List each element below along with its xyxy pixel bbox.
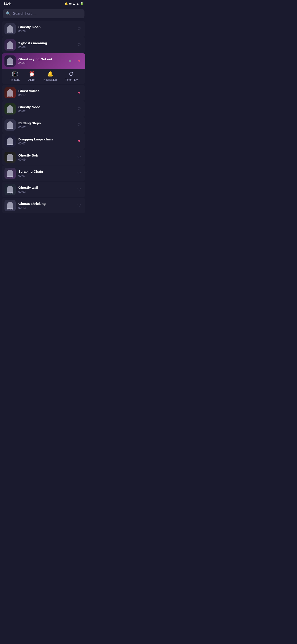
track-thumb [4, 39, 16, 50]
track-duration: 00:08 [18, 46, 73, 49]
track-info: Ghostly Nooo 00:02 [18, 105, 73, 113]
favorite-button[interactable]: ♡ [75, 170, 83, 177]
search-icon: 🔍 [6, 11, 11, 16]
track-actions: ⏹ ♥ [67, 58, 83, 64]
track-item-dragging-large-chain[interactable]: Dragging Large chain 00:07 ♥ [2, 133, 85, 149]
favorite-button[interactable]: ♥ [75, 58, 83, 64]
status-bar: 11:44 🔔 ▭ ▲ ▲ 🔋 [0, 0, 87, 7]
track-item-ghostly-sob[interactable]: Ghostly Sob 00:09 ♡ [2, 149, 85, 165]
ringtone-label: Ringtone [9, 78, 20, 82]
track-item-rattling-steps[interactable]: Rattling Steps 00:07 ♡ [2, 117, 85, 133]
track-thumb [4, 152, 16, 163]
track-name: Ghost saying Get out [18, 57, 64, 61]
track-name: Scraping Chain [18, 170, 73, 173]
favorite-button[interactable]: ♡ [75, 122, 83, 128]
track-info: Dragging Large chain 00:07 [18, 137, 73, 145]
track-info: Ghostly wail 00:03 [18, 186, 73, 194]
track-list: Ghostly moan 00:29 ♡ 3 ghosts moaning 00… [0, 21, 87, 213]
track-item-ghostly-nooo[interactable]: Ghostly Nooo 00:02 ♡ [2, 101, 85, 117]
track-info: 3 ghosts moaning 00:08 [18, 41, 73, 49]
track-info: Ghostly moan 00:29 [18, 25, 73, 33]
timer-play-label: Timer Play [65, 78, 78, 82]
favorite-button[interactable]: ♡ [75, 202, 83, 209]
track-name: Rattling Steps [18, 121, 73, 125]
ringtone-control[interactable]: 📳 Ringtone [9, 71, 20, 82]
stop-button[interactable]: ⏹ [67, 58, 74, 64]
track-duration: 00:29 [18, 30, 73, 33]
ringtone-icon: 📳 [12, 71, 18, 77]
track-name: Ghost Voices [18, 89, 73, 93]
track-thumb [4, 184, 16, 195]
track-duration: 00:13 [18, 206, 73, 210]
track-duration: 00:07 [18, 126, 73, 129]
track-duration: 00:02 [18, 110, 73, 113]
track-actions: ♡ [75, 202, 83, 209]
status-time: 11:44 [3, 2, 12, 5]
favorite-button[interactable]: ♡ [75, 25, 83, 32]
track-info: Ghost saying Get out 00:04 [18, 57, 64, 65]
track-thumb [4, 87, 16, 98]
track-info: Ghostly Sob 00:09 [18, 154, 73, 161]
expanded-controls: 📳 Ringtone ⏰ Alarm 🔔 Notification ⏱ Time… [2, 68, 85, 84]
track-item-ghosts-shrieking[interactable]: Ghosts shrieking 00:13 ♡ [2, 198, 85, 213]
notification-bell-icon: 🔔 [47, 71, 53, 77]
track-item-ghost-saying-get-out[interactable]: Ghost saying Get out 00:04 ⏹ ♥ [2, 53, 85, 69]
track-name: Ghostly moan [18, 25, 73, 29]
track-duration: 00:03 [18, 190, 73, 194]
track-actions: ♡ [75, 154, 83, 161]
track-actions: ♡ [75, 170, 83, 177]
active-track-wrapper: Ghost saying Get out 00:04 ⏹ ♥ 📳 Rington… [2, 53, 85, 84]
track-duration: 00:04 [18, 62, 64, 65]
track-duration: 00:09 [18, 158, 73, 161]
track-info: Rattling Steps 00:07 [18, 121, 73, 129]
track-actions: ♥ [75, 89, 83, 96]
signal-icon: ▲ [76, 2, 79, 5]
track-name: 3 ghosts moaning [18, 41, 73, 45]
track-thumb [4, 168, 16, 179]
search-bar[interactable]: 🔍 [3, 9, 84, 18]
notification-control[interactable]: 🔔 Notification [43, 71, 57, 82]
track-thumb [4, 120, 16, 130]
timer-play-control[interactable]: ⏱ Timer Play [65, 71, 78, 82]
track-actions: ♡ [75, 122, 83, 128]
track-actions: ♡ [75, 105, 83, 112]
favorite-button[interactable]: ♡ [75, 186, 83, 193]
notification-icon: 🔔 [64, 2, 68, 5]
battery-icon: 🔋 [80, 2, 84, 5]
track-item-3-ghosts-moaning[interactable]: 3 ghosts moaning 00:08 ♡ [2, 37, 85, 53]
track-thumb [4, 56, 16, 67]
favorite-button[interactable]: ♡ [75, 154, 83, 161]
favorite-button[interactable]: ♡ [75, 105, 83, 112]
track-name: Ghostly Nooo [18, 105, 73, 109]
wifi-icon: ▲ [72, 2, 75, 5]
track-info: Ghosts shrieking 00:13 [18, 202, 73, 210]
screen-icon: ▭ [69, 2, 71, 5]
favorite-button[interactable]: ♡ [75, 41, 83, 48]
track-name: Dragging Large chain [18, 137, 73, 141]
timer-play-icon: ⏱ [69, 71, 74, 77]
track-thumb [4, 200, 16, 211]
track-duration: 00:17 [18, 94, 73, 97]
favorite-button[interactable]: ♥ [75, 89, 83, 96]
search-input[interactable] [13, 12, 81, 16]
track-item-scraping-chain[interactable]: Scraping Chain 00:07 ♡ [2, 166, 85, 181]
track-actions: ♡ [75, 41, 83, 48]
notification-label: Notification [43, 78, 57, 82]
track-thumb [4, 23, 16, 34]
track-item-ghostly-moan[interactable]: Ghostly moan 00:29 ♡ [2, 21, 85, 37]
track-info: Scraping Chain 00:07 [18, 170, 73, 177]
track-item-ghostly-wail[interactable]: Ghostly wail 00:03 ♡ [2, 182, 85, 197]
alarm-icon: ⏰ [29, 71, 35, 77]
track-name: Ghosts shrieking [18, 202, 73, 206]
track-duration: 00:07 [18, 142, 73, 145]
track-actions: ♥ [75, 138, 83, 145]
track-name: Ghostly wail [18, 186, 73, 190]
status-icons: 🔔 ▭ ▲ ▲ 🔋 [64, 2, 84, 5]
track-thumb [4, 103, 16, 114]
track-actions: ♡ [75, 25, 83, 32]
track-item-ghost-voices[interactable]: Ghost Voices 00:17 ♥ [2, 85, 85, 100]
favorite-button[interactable]: ♥ [75, 138, 83, 145]
track-actions: ♡ [75, 186, 83, 193]
alarm-label: Alarm [28, 78, 35, 82]
alarm-control[interactable]: ⏰ Alarm [28, 71, 35, 82]
